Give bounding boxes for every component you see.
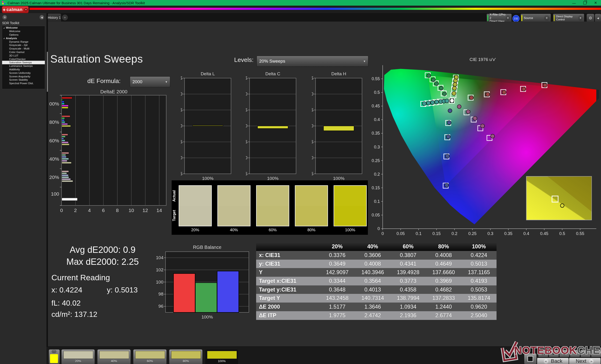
sidebar-item-screen-angularity[interactable]: Screen Angularity — [2, 75, 45, 78]
pattern-thumb-20%[interactable]: 20% — [61, 349, 95, 364]
svg-text:CIE 1976 u'v': CIE 1976 u'v' — [470, 57, 496, 62]
svg-text:4: 4 — [88, 208, 91, 213]
current-pattern-swatch — [50, 354, 58, 363]
row-label: y: CIE31 — [256, 260, 320, 268]
svg-text:5: 5 — [246, 107, 247, 112]
swatch-60% — [256, 185, 289, 226]
expander-icon[interactable]: ◢ — [3, 27, 4, 29]
sidebar-item-colorchecker[interactable]: ColorChecker — [2, 57, 45, 61]
swatch-percent-label: 80% — [295, 228, 328, 232]
target-color — [334, 206, 366, 226]
expander-icon[interactable]: ◢ — [3, 37, 4, 39]
target-color — [257, 206, 289, 226]
sidebar-item-welcome[interactable]: ◢Welcome — [2, 26, 45, 29]
settings-button[interactable]: ⚙ — [586, 14, 594, 22]
de-formula-dropdown[interactable]: 2000▼ — [130, 77, 170, 87]
sidebar-item-color-gamut[interactable]: Color Gamut — [2, 50, 45, 54]
svg-text:Delta H: Delta H — [331, 72, 346, 76]
restore-button[interactable] — [579, 0, 590, 6]
transport-button-0[interactable]: ▮▮ — [538, 350, 548, 357]
thumb-label: 100% — [205, 359, 238, 363]
svg-text:12: 12 — [142, 208, 148, 213]
svg-text:0.25: 0.25 — [468, 231, 477, 236]
pattern-thumb-40%[interactable]: 40% — [97, 349, 131, 364]
row-label: Target x:CIE31 — [256, 277, 320, 286]
cell-value: 0.4649 — [426, 260, 461, 268]
gear-icon: ⚙ — [589, 16, 592, 21]
svg-text:0: 0 — [378, 226, 380, 231]
svg-text:0.2: 0.2 — [374, 172, 380, 177]
chevron-down-icon: ▼ — [506, 16, 510, 21]
sidebar-collapse-button[interactable]: ◀ — [40, 15, 44, 20]
tab-history-1[interactable]: History 1 — [47, 14, 61, 22]
display-control-dropdown[interactable]: Direct Display Control ▼ — [553, 14, 584, 22]
row-label: Y — [256, 268, 320, 277]
titlebar: Calman 2025 Calman Ultimate for Business… — [0, 0, 601, 6]
svg-text:102: 102 — [156, 267, 163, 272]
svg-text:-15: -15 — [312, 171, 313, 176]
sidebar-item-welcome[interactable]: Welcome — [2, 29, 45, 33]
calman-logo-button[interactable]: ◈ calman ▼ — [2, 6, 29, 13]
stop-button[interactable] — [524, 353, 537, 364]
actual-color — [179, 186, 211, 206]
levels-dropdown[interactable]: 20% Sweeps▼ — [257, 56, 368, 67]
cie-1976-chart: CIE 1976 u'v'00.050.10.150.20.250.30.350… — [370, 57, 599, 240]
pattern-thumb-80%[interactable]: 80% — [169, 349, 203, 364]
sidebar-item-saturation-sweeps[interactable]: Saturation Sweeps — [2, 61, 45, 64]
svg-text:8: 8 — [116, 208, 119, 213]
minimize-button[interactable]: — — [569, 0, 579, 6]
cell-value: 139.4928 — [391, 268, 426, 277]
chevron-up-icon: ▲ — [52, 350, 56, 353]
de-formula-label: dE Formula: — [87, 77, 121, 85]
transport-button-3[interactable]: ▲ — [570, 350, 580, 357]
svg-text:0.5: 0.5 — [559, 231, 565, 236]
transport-button-5[interactable]: ▼ — [591, 350, 601, 357]
chevron-down-icon: ▼ — [24, 8, 28, 11]
sidebar-item-options[interactable]: Options — [2, 33, 45, 37]
sidebar-item-3d-lut[interactable]: 3D LUT — [2, 54, 45, 57]
transport-button-4[interactable]: ● — [580, 350, 591, 357]
sidebar-item-grayscale-multi[interactable]: Grayscale - Multi — [2, 47, 45, 50]
sidebar-options-button[interactable] — [2, 15, 7, 20]
sidebar-item-spectral-power-dist-[interactable]: Spectral Power Dist. — [2, 82, 45, 85]
add-tab-button[interactable]: + — [62, 15, 68, 20]
table-row: y: CIE310.36490.40080.43410.46490.5013 — [256, 260, 497, 268]
svg-text:100%: 100% — [202, 176, 214, 181]
chevron-left-icon: ◀ — [597, 17, 599, 20]
svg-text:0.05: 0.05 — [372, 213, 380, 217]
sidebar-item-dynamic-range[interactable]: Dynamic Range — [2, 40, 45, 43]
sidebar-item-grayscale-2pt[interactable]: Grayscale - 2pt — [2, 43, 45, 47]
svg-text:100%: 100% — [49, 101, 59, 106]
sidebar-item-screen-uniformity[interactable]: Screen Uniformity — [2, 71, 45, 75]
swatch-percent-label: 60% — [256, 228, 289, 232]
column-header: 80% — [426, 242, 461, 251]
back-button[interactable]: « Back — [537, 358, 569, 364]
source-dropdown[interactable]: Source ▼ — [521, 14, 551, 22]
svg-text:15: 15 — [246, 76, 247, 80]
cell-value: 1.2440 — [426, 303, 461, 311]
next-button[interactable]: Next » — [569, 358, 601, 364]
pattern-thumb-60%[interactable]: 60% — [133, 349, 167, 364]
sidebar-item-additivity[interactable]: Additivity — [2, 68, 45, 71]
svg-text:-10: -10 — [181, 155, 182, 160]
cell-value: 0.4193 — [461, 277, 497, 286]
close-button[interactable]: ✕ — [590, 0, 601, 6]
cell-value: 0.4013 — [355, 286, 391, 294]
sidebar-item-screen-stability[interactable]: Screen Stability — [2, 78, 45, 82]
collapse-panel-button[interactable]: ◀ — [595, 14, 601, 22]
sidebar-item-analysis[interactable]: ◢Analysis — [2, 36, 45, 40]
pattern-thumb-100%[interactable]: 100% — [205, 349, 239, 364]
cell-value: 0.3807 — [391, 251, 426, 260]
delta-l-chart: Delta L151050-5-10-15100% — [181, 72, 235, 184]
source-status-indicator — [521, 15, 522, 21]
transport-button-2[interactable]: ◼ — [559, 350, 570, 357]
sidebar: ◀ SDR Toolkit ◢WelcomeWelcomeOptions◢Ana… — [0, 13, 47, 364]
sidebar-item-luminance-sweeps[interactable]: Luminance Sweeps — [2, 64, 45, 68]
svg-text:0.3: 0.3 — [487, 231, 493, 236]
cell-value: 143.2458 — [320, 294, 355, 303]
cell-value: 140.3946 — [355, 268, 391, 277]
thumb-swatch — [63, 351, 93, 359]
pattern-up-button[interactable]: ▲ — [49, 349, 60, 364]
meter-dropdown[interactable]: X-Rite i1Pro 2Direct View ▼ — [486, 14, 512, 22]
transport-button-1[interactable]: ▶ — [549, 350, 559, 357]
